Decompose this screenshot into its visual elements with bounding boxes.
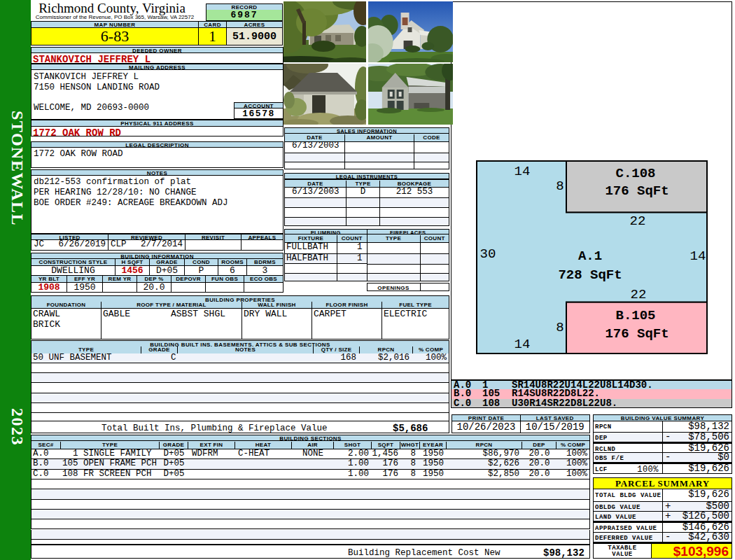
svg-text:728 SqFt: 728 SqFt <box>558 267 622 283</box>
svg-text:176 SqFt: 176 SqFt <box>605 326 668 342</box>
svg-text:176 SqFt: 176 SqFt <box>605 183 668 199</box>
svg-text:22: 22 <box>630 214 646 229</box>
svg-text:14: 14 <box>690 248 706 264</box>
svg-text:B.105: B.105 <box>615 308 655 323</box>
svg-text:8: 8 <box>556 320 564 335</box>
svg-text:14: 14 <box>514 164 531 179</box>
svg-text:14: 14 <box>514 337 531 352</box>
svg-text:A.1: A.1 <box>578 248 602 264</box>
svg-text:C.108: C.108 <box>615 166 655 181</box>
svg-text:8: 8 <box>556 178 564 194</box>
svg-text:30: 30 <box>480 246 496 262</box>
svg-text:22: 22 <box>631 287 647 302</box>
